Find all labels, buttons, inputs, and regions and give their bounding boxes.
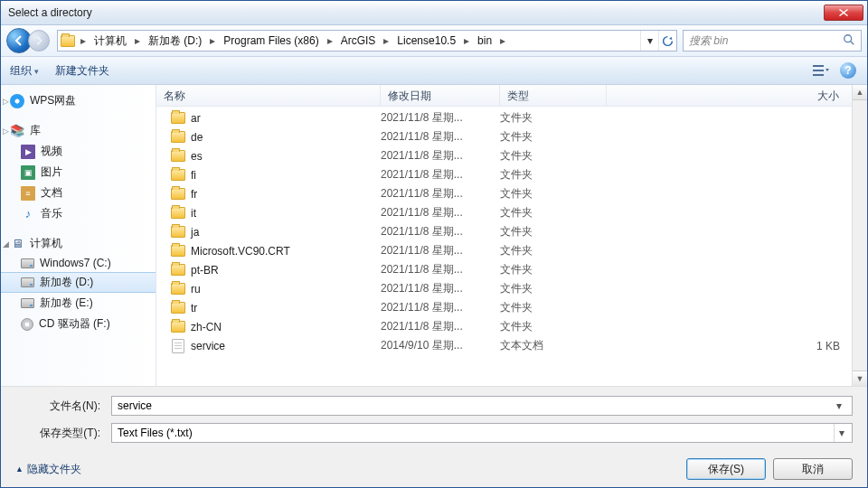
- drive-icon: [21, 298, 34, 308]
- table-row[interactable]: es2021/11/8 星期...文件夹: [156, 146, 867, 165]
- document-icon: ≡: [21, 186, 35, 201]
- breadcrumb-item[interactable]: bin: [472, 31, 497, 51]
- col-name[interactable]: 名称: [156, 85, 381, 106]
- drive-icon: [21, 318, 33, 331]
- picture-icon: ▣: [21, 165, 35, 180]
- filetype-select[interactable]: Text Files (*.txt)▾: [111, 423, 853, 443]
- folder-icon: [171, 264, 185, 276]
- wps-icon: [10, 94, 24, 108]
- table-row[interactable]: zh-CN2021/11/8 星期...文件夹: [156, 317, 867, 336]
- toolbar: 组织 新建文件夹 ?: [1, 57, 867, 85]
- sidebar-drive[interactable]: 新加卷 (E:): [1, 293, 156, 314]
- table-row[interactable]: fr2021/11/8 星期...文件夹: [156, 184, 867, 203]
- close-button[interactable]: [824, 5, 863, 21]
- sidebar-documents[interactable]: ≡文档: [1, 183, 156, 203]
- folder-icon: [171, 321, 185, 333]
- sidebar-drive[interactable]: Windows7 (C:): [1, 254, 156, 272]
- sidebar-library[interactable]: ▷📚库: [1, 120, 156, 141]
- nav-buttons: [6, 28, 50, 53]
- svg-rect-3: [813, 70, 824, 71]
- col-type[interactable]: 类型: [500, 85, 607, 106]
- folder-icon: [171, 188, 185, 200]
- refresh-button[interactable]: [658, 31, 676, 51]
- sidebar-video[interactable]: ▶视频: [1, 141, 156, 162]
- col-size[interactable]: 大小: [607, 85, 867, 106]
- address-bar[interactable]: ▸ 计算机▸新加卷 (D:)▸Program Files (x86)▸ArcGI…: [57, 30, 677, 52]
- sidebar-drive[interactable]: 新加卷 (D:): [1, 272, 156, 293]
- music-icon: ♪: [21, 207, 35, 221]
- filename-dropdown-icon[interactable]: ▾: [832, 399, 846, 412]
- chevron-right-icon[interactable]: ▸: [325, 34, 335, 47]
- search-icon: [843, 33, 855, 49]
- table-row[interactable]: ja2021/11/8 星期...文件夹: [156, 222, 867, 241]
- chevron-right-icon[interactable]: ▸: [497, 34, 508, 47]
- breadcrumb: 计算机▸新加卷 (D:)▸Program Files (x86)▸ArcGIS▸…: [89, 31, 640, 51]
- sidebar-music[interactable]: ♪音乐: [1, 203, 156, 224]
- rows-container: ar2021/11/8 星期...文件夹de2021/11/8 星期...文件夹…: [156, 107, 867, 386]
- triangle-up-icon: ▲: [15, 465, 24, 474]
- organize-menu[interactable]: 组织: [10, 63, 39, 79]
- folder-icon: [171, 283, 185, 295]
- chevron-right-icon[interactable]: ▸: [132, 34, 143, 47]
- sidebar-drive[interactable]: CD 驱动器 (F:): [1, 314, 156, 334]
- drive-icon: [21, 258, 34, 268]
- help-button[interactable]: ?: [838, 61, 858, 80]
- chevron-right-icon[interactable]: ▸: [461, 34, 472, 47]
- sidebar-pictures[interactable]: ▣图片: [1, 162, 156, 183]
- window-title: Select a directory: [8, 6, 824, 19]
- bottom-panel: 文件名(N): service▾ 保存类型(T): Text Files (*.…: [1, 386, 867, 487]
- sidebar-computer[interactable]: ◢🖥计算机: [1, 233, 156, 254]
- filetype-label: 保存类型(T):: [15, 426, 106, 441]
- cancel-button[interactable]: 取消: [773, 458, 853, 480]
- history-dropdown[interactable]: ▾: [640, 31, 658, 51]
- col-date[interactable]: 修改日期: [381, 85, 500, 106]
- table-row[interactable]: service2014/9/10 星期...文本文档1 KB: [156, 336, 867, 355]
- chevron-right-icon[interactable]: ▸: [207, 34, 218, 47]
- file-list: 名称 修改日期 类型 大小 ar2021/11/8 星期...文件夹de2021…: [156, 85, 867, 386]
- video-icon: ▶: [21, 145, 35, 159]
- chevron-right-icon[interactable]: ▸: [78, 34, 89, 47]
- breadcrumb-item[interactable]: License10.5: [392, 31, 461, 51]
- breadcrumb-item[interactable]: 计算机: [89, 31, 132, 51]
- table-row[interactable]: tr2021/11/8 星期...文件夹: [156, 298, 867, 317]
- table-row[interactable]: Microsoft.VC90.CRT2021/11/8 星期...文件夹: [156, 241, 867, 260]
- sidebar: ▷WPS网盘 ▷📚库 ▶视频 ▣图片 ≡文档 ♪音乐 ◢🖥计算机 Windows…: [1, 85, 156, 386]
- folder-icon: [171, 150, 185, 162]
- hide-folders-toggle[interactable]: ▲隐藏文件夹: [15, 462, 81, 477]
- address-right: ▾: [640, 31, 676, 51]
- folder-icon: [171, 169, 185, 181]
- breadcrumb-item[interactable]: 新加卷 (D:): [143, 31, 207, 51]
- svg-rect-4: [813, 74, 824, 76]
- file-icon: [172, 339, 184, 353]
- table-row[interactable]: ar2021/11/8 星期...文件夹: [156, 108, 867, 127]
- table-row[interactable]: it2021/11/8 星期...文件夹: [156, 203, 867, 222]
- folder-icon: [58, 35, 78, 47]
- filename-input[interactable]: service▾: [111, 396, 853, 416]
- view-options-button[interactable]: [811, 61, 831, 80]
- navbar: ▸ 计算机▸新加卷 (D:)▸Program Files (x86)▸ArcGI…: [1, 25, 867, 57]
- scroll-track[interactable]: [853, 100, 867, 371]
- filename-label: 文件名(N):: [15, 399, 106, 414]
- table-row[interactable]: pt-BR2021/11/8 星期...文件夹: [156, 260, 867, 279]
- folder-icon: [171, 245, 185, 257]
- sidebar-wps[interactable]: ▷WPS网盘: [1, 90, 156, 111]
- body: ▷WPS网盘 ▷📚库 ▶视频 ▣图片 ≡文档 ♪音乐 ◢🖥计算机 Windows…: [1, 85, 867, 386]
- chevron-right-icon[interactable]: ▸: [381, 34, 392, 47]
- scroll-up-icon[interactable]: ▲: [853, 85, 867, 100]
- vertical-scrollbar[interactable]: ▲ ▼: [852, 85, 867, 386]
- save-button[interactable]: 保存(S): [686, 458, 766, 480]
- table-row[interactable]: de2021/11/8 星期...文件夹: [156, 127, 867, 146]
- folder-icon: [171, 207, 185, 219]
- breadcrumb-item[interactable]: Program Files (x86): [218, 31, 324, 51]
- table-row[interactable]: fi2021/11/8 星期...文件夹: [156, 165, 867, 184]
- titlebar: Select a directory: [1, 1, 867, 25]
- folder-icon: [171, 131, 185, 143]
- forward-button[interactable]: [28, 30, 50, 52]
- breadcrumb-item[interactable]: ArcGIS: [335, 31, 382, 51]
- table-row[interactable]: ru2021/11/8 星期...文件夹: [156, 279, 867, 298]
- search-input[interactable]: 搜索 bin: [683, 30, 862, 52]
- svg-line-1: [851, 41, 854, 44]
- new-folder-button[interactable]: 新建文件夹: [55, 63, 109, 79]
- scroll-down-icon[interactable]: ▼: [853, 371, 867, 386]
- search-placeholder: 搜索 bin: [689, 33, 728, 49]
